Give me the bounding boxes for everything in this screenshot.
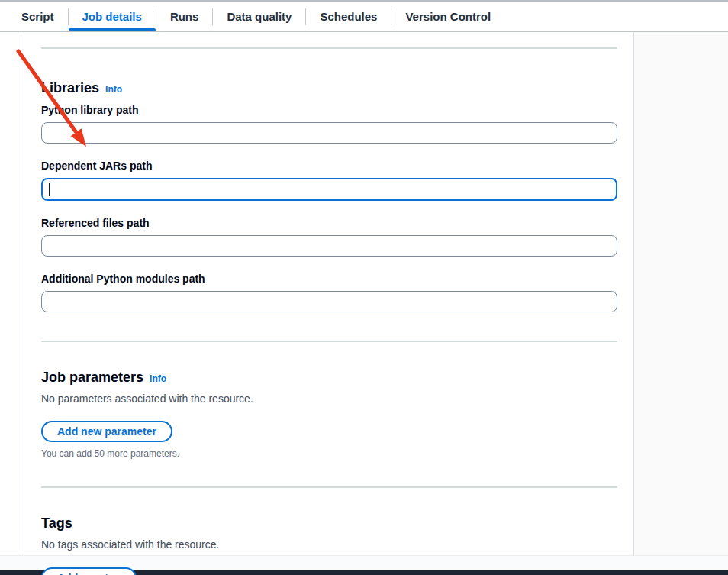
additional-python-modules-path-label: Additional Python modules path	[41, 272, 617, 286]
job-parameters-hint-text: You can add 50 more parameters.	[41, 448, 617, 459]
add-new-tag-button[interactable]: Add new tag	[41, 567, 137, 575]
job-parameters-title: Job parameters	[41, 369, 143, 386]
text-cursor	[49, 183, 50, 196]
referenced-files-path-label: Referenced files path	[41, 216, 617, 230]
dependent-jars-path-input[interactable]	[41, 178, 617, 201]
tab-script[interactable]: Script	[21, 2, 68, 31]
tags-section: Tags No tags associated with the resourc…	[41, 488, 617, 575]
additional-python-modules-path-field: Additional Python modules path	[41, 272, 617, 312]
referenced-files-path-input[interactable]	[41, 235, 617, 257]
job-parameters-section: Job parameters Info No parameters associ…	[41, 342, 617, 459]
right-gutter	[634, 32, 728, 555]
tab-data-quality[interactable]: Data quality	[213, 2, 305, 31]
glue-job-details-page: Script Job details Runs Data quality Sch…	[0, 0, 728, 575]
job-tabbar: Script Job details Runs Data quality Sch…	[0, 0, 728, 32]
tags-empty-text: No tags associated with the resource.	[41, 537, 617, 552]
tab-job-details[interactable]: Job details	[69, 2, 156, 31]
python-library-path-label: Python library path	[41, 103, 617, 117]
job-details-panel: Libraries Info Python library path Depen…	[24, 32, 634, 555]
dependent-jars-path-field: Dependent JARs path	[41, 159, 617, 201]
tags-title: Tags	[41, 515, 72, 531]
libraries-section: Libraries Info Python library path Depen…	[41, 49, 617, 312]
tab-runs[interactable]: Runs	[156, 2, 213, 31]
add-new-parameter-button[interactable]: Add new parameter	[41, 421, 172, 442]
python-library-path-field: Python library path	[41, 103, 617, 144]
additional-python-modules-path-input[interactable]	[41, 291, 617, 312]
tab-schedules[interactable]: Schedules	[306, 2, 391, 31]
dependent-jars-path-label: Dependent JARs path	[41, 159, 617, 173]
libraries-info-link[interactable]: Info	[105, 84, 122, 95]
python-library-path-input[interactable]	[41, 122, 617, 144]
referenced-files-path-field: Referenced files path	[41, 216, 617, 257]
tab-version-control[interactable]: Version Control	[391, 2, 504, 31]
libraries-title: Libraries	[41, 79, 99, 96]
job-parameters-empty-text: No parameters associated with the resour…	[41, 391, 617, 406]
job-parameters-info-link[interactable]: Info	[150, 373, 166, 384]
